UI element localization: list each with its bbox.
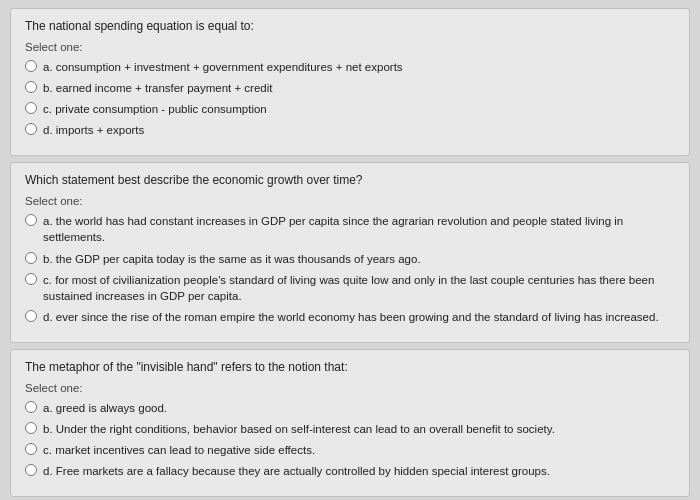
radio-1-4[interactable] bbox=[25, 123, 37, 135]
question-text-3: The metaphor of the "invisible hand" ref… bbox=[25, 360, 675, 374]
option-row-3-4[interactable]: d. Free markets are a fallacy because th… bbox=[25, 463, 675, 479]
option-row-3-1[interactable]: a. greed is always good. bbox=[25, 400, 675, 416]
radio-2-4[interactable] bbox=[25, 310, 37, 322]
question-block-3: The metaphor of the "invisible hand" ref… bbox=[10, 349, 690, 497]
select-one-label-3: Select one: bbox=[25, 382, 675, 394]
option-text-1-1: a. consumption + investment + government… bbox=[43, 59, 403, 75]
option-row-1-2[interactable]: b. earned income + transfer payment + cr… bbox=[25, 80, 675, 96]
option-text-1-3: c. private consumption - public consumpt… bbox=[43, 101, 267, 117]
question-text-2: Which statement best describe the econom… bbox=[25, 173, 675, 187]
page-container: The national spending equation is equal … bbox=[0, 0, 700, 500]
radio-3-3[interactable] bbox=[25, 443, 37, 455]
select-one-label-1: Select one: bbox=[25, 41, 675, 53]
question-block-2: Which statement best describe the econom… bbox=[10, 162, 690, 343]
option-text-2-1: a. the world has had constant increases … bbox=[43, 213, 675, 245]
option-row-2-3[interactable]: c. for most of civilianization people's … bbox=[25, 272, 675, 304]
radio-2-1[interactable] bbox=[25, 214, 37, 226]
option-text-3-1: a. greed is always good. bbox=[43, 400, 167, 416]
radio-1-3[interactable] bbox=[25, 102, 37, 114]
option-text-2-3: c. for most of civilianization people's … bbox=[43, 272, 675, 304]
option-text-2-4: d. ever since the rise of the roman empi… bbox=[43, 309, 659, 325]
option-row-2-4[interactable]: d. ever since the rise of the roman empi… bbox=[25, 309, 675, 325]
option-text-3-3: c. market incentives can lead to negativ… bbox=[43, 442, 315, 458]
radio-3-1[interactable] bbox=[25, 401, 37, 413]
question-block-1: The national spending equation is equal … bbox=[10, 8, 690, 156]
option-text-2-2: b. the GDP per capita today is the same … bbox=[43, 251, 421, 267]
option-text-3-2: b. Under the right conditions, behavior … bbox=[43, 421, 555, 437]
select-one-label-2: Select one: bbox=[25, 195, 675, 207]
option-row-2-2[interactable]: b. the GDP per capita today is the same … bbox=[25, 251, 675, 267]
radio-1-1[interactable] bbox=[25, 60, 37, 72]
radio-3-2[interactable] bbox=[25, 422, 37, 434]
option-text-1-2: b. earned income + transfer payment + cr… bbox=[43, 80, 272, 96]
option-text-1-4: d. imports + exports bbox=[43, 122, 144, 138]
question-text-1: The national spending equation is equal … bbox=[25, 19, 675, 33]
option-text-3-4: d. Free markets are a fallacy because th… bbox=[43, 463, 550, 479]
radio-2-3[interactable] bbox=[25, 273, 37, 285]
radio-2-2[interactable] bbox=[25, 252, 37, 264]
option-row-2-1[interactable]: a. the world has had constant increases … bbox=[25, 213, 675, 245]
option-row-3-3[interactable]: c. market incentives can lead to negativ… bbox=[25, 442, 675, 458]
option-row-3-2[interactable]: b. Under the right conditions, behavior … bbox=[25, 421, 675, 437]
option-row-1-4[interactable]: d. imports + exports bbox=[25, 122, 675, 138]
radio-3-4[interactable] bbox=[25, 464, 37, 476]
option-row-1-3[interactable]: c. private consumption - public consumpt… bbox=[25, 101, 675, 117]
option-row-1-1[interactable]: a. consumption + investment + government… bbox=[25, 59, 675, 75]
radio-1-2[interactable] bbox=[25, 81, 37, 93]
